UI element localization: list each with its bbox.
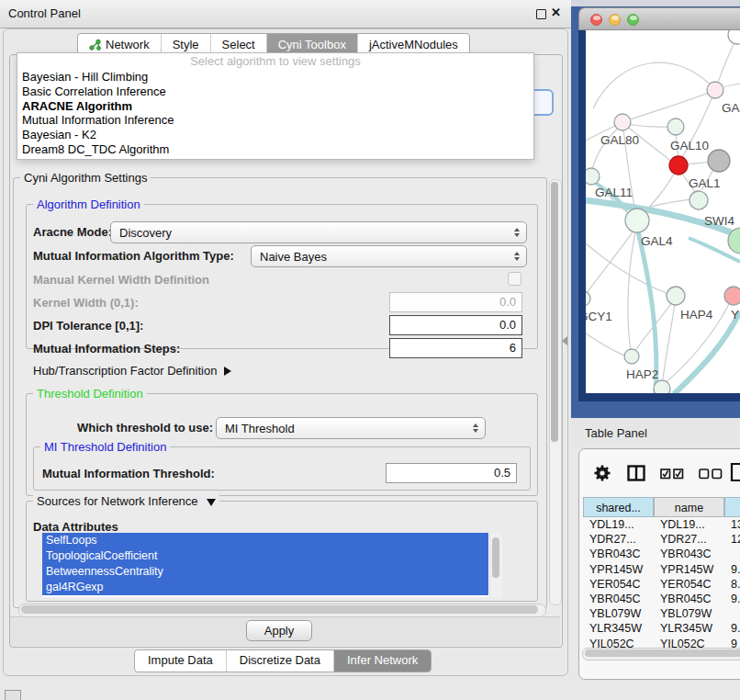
mi-steps-field[interactable]: 6 [389,338,522,358]
column-header[interactable] [724,497,740,517]
network-node-GAL11[interactable] [586,168,600,185]
page-icon[interactable] [730,462,740,482]
stepper-arrows-icon [508,228,526,237]
scrollbar-thumb[interactable] [21,605,538,614]
unchecked-checkbox-pair-icon[interactable] [699,469,723,480]
network-node-SWI4[interactable] [690,191,708,209]
collapse-arrow-icon[interactable] [207,499,216,506]
close-traffic-light-icon[interactable] [590,14,602,26]
network-node-GAL80[interactable] [614,114,631,130]
gear-icon[interactable] [593,464,611,482]
settings-vertical-scrollbar[interactable] [549,179,562,605]
scrollbar-thumb[interactable] [585,649,740,657]
dpi-tolerance-label: DPI Tolerance [0,1]: [33,319,143,333]
manual-kernel-checkbox[interactable] [508,272,521,286]
table-row[interactable]: YER054CYER054C8. [583,577,740,592]
settings-horizontal-scrollbar[interactable] [18,604,546,617]
network-edge[interactable] [663,304,675,379]
tab-impute-data[interactable]: Impute Data [135,650,226,672]
network-window-titlebar[interactable] [578,7,740,30]
table-row[interactable]: YBR045CYBR045C9. [583,592,740,606]
column-header[interactable]: shared... [583,497,654,517]
network-edge[interactable] [685,162,711,164]
network-node-GAL10[interactable] [667,119,684,135]
attribute-list-item[interactable]: SelfLoops [42,533,488,548]
scrollbar-thumb[interactable] [492,537,499,578]
network-canvas[interactable]: GALGAL80GAL10GAL1GAL11SWI4GAL4GCY1HAP4YH… [586,30,740,393]
network-node-gal-edge[interactable] [707,82,723,98]
desktop-top-strip [571,0,740,6]
dpi-tolerance-field[interactable]: 0.0 [389,315,522,335]
network-node-GAL1[interactable] [669,156,688,175]
dropdown-item[interactable]: Bayesian - Hill Climbing [17,70,533,85]
network-node-partial-bottom[interactable] [654,380,670,393]
which-threshold-combobox[interactable]: MI Threshold [216,417,486,439]
network-node-GCY1[interactable] [586,291,590,306]
aracne-mode-combobox[interactable]: Discovery [110,221,527,243]
table-horizontal-scrollbar[interactable] [582,648,740,660]
table-row[interactable]: YLR345WYLR345W9. [583,621,740,636]
table-row[interactable]: YDL19...YDL19...13 [583,517,740,532]
node-label-HAP4: HAP4 [680,308,713,322]
algorithm-dropdown: Select algorithm to view settings Bayesi… [17,52,534,160]
attribute-list-item[interactable]: BetweennessCentrality [42,564,488,580]
dropdown-item[interactable]: Mutual Information Inference [17,113,533,128]
network-node-partial-top[interactable] [728,30,740,44]
table-row[interactable]: YBL079WYBL079W [583,606,740,621]
network-node-GAL4[interactable] [625,209,649,232]
mi-threshold-field[interactable]: 0.5 [386,463,517,483]
checked-checkbox-pair-icon[interactable] [660,469,684,480]
network-node-HAP4[interactable] [667,287,685,305]
minimized-panel-icon[interactable] [5,690,21,700]
kernel-width-field[interactable]: 0.0 [389,292,522,312]
hub-definition-expander[interactable]: Hub/Transcription Factor Definition [33,364,231,378]
network-edge[interactable] [629,124,668,127]
table-row[interactable]: YDR27...YDR27...12 [583,532,740,547]
attribute-list-scrollbar[interactable] [489,533,502,597]
dropdown-item[interactable]: ARACNE Algorithm [17,99,533,114]
dropdown-item[interactable]: Basic Correlation Inference [17,85,533,99]
node-label-GAL11: GAL11 [595,186,633,199]
network-edge[interactable] [586,333,625,356]
scrollbar-thumb[interactable] [551,182,558,442]
application-window: Control Panel ✕ NetworkStyleSelectCyni T… [0,0,740,700]
network-node-gray-node[interactable] [708,150,730,172]
network-edge-highlighted[interactable] [674,311,740,393]
table-cell: YDR27... [583,532,654,547]
panel-splitter-handle[interactable] [562,336,567,345]
tab-discretize-data[interactable]: Discretize Data [226,650,333,672]
close-icon[interactable]: ✕ [551,6,561,19]
network-edge[interactable] [586,243,668,294]
attribute-list-item[interactable]: TopologicalCoefficient [42,548,488,564]
float-window-icon[interactable] [536,9,546,19]
tab-infer-network[interactable]: Infer Network [333,650,431,672]
column-header[interactable]: name [654,497,724,517]
node-label-Y-node: Y [731,308,739,322]
dropdown-item[interactable]: Dream8 DC_TDC Algorithm [17,142,533,157]
network-edge[interactable] [628,90,715,120]
attribute-list-item[interactable]: gal4RGexp [42,580,488,595]
node-label-GAL10: GAL10 [670,139,709,152]
table-cell: 13 [724,517,740,532]
table-body: YDL19...YDL19...13YDR27...YDR27...12YBR0… [583,517,740,651]
table-cell: YDL19... [654,517,724,532]
table-cell: 12 [724,532,740,547]
attribute-list: SelfLoopsTopologicalCoefficientBetweenne… [42,533,501,597]
aracne-mode-label: Aracne Mode: [33,225,112,239]
zoom-traffic-light-icon[interactable] [627,14,639,26]
table-cell: YDL19... [583,517,654,532]
table-row[interactable]: YPR145WYPR145W9. [583,562,740,577]
network-node-HAP2[interactable] [624,349,639,364]
table-row[interactable]: YBR043CYBR043C [583,547,740,561]
network-node-Y-node[interactable] [724,287,740,305]
minimize-traffic-light-icon[interactable] [609,14,621,26]
network-edge[interactable] [586,231,633,297]
node-label-GCY1: GCY1 [586,310,612,323]
split-columns-icon[interactable] [627,465,645,481]
network-edge[interactable] [628,231,635,350]
apply-button[interactable]: Apply [246,620,312,641]
dropdown-item[interactable]: Bayesian - K2 [17,128,533,142]
network-edge[interactable] [593,62,715,108]
expand-arrow-icon [224,367,231,376]
mi-type-combobox[interactable]: Naive Bayes [251,245,527,267]
